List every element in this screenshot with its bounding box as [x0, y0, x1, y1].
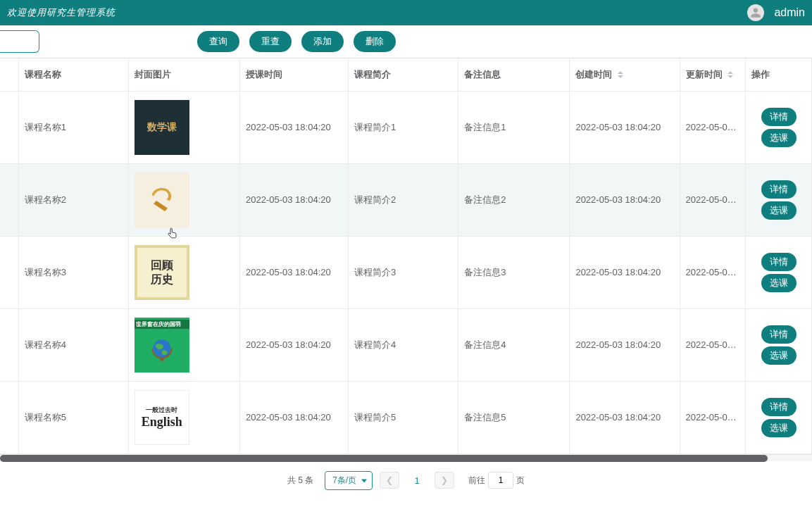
row-ops: 详情选课 — [746, 163, 812, 236]
row-teachtime: 2022-05-03 18:04:20 — [239, 236, 348, 308]
row-name: 课程名称4 — [18, 308, 128, 381]
user-area[interactable]: admin — [747, 4, 805, 21]
cover-thumbnail[interactable]: 回顾 历史 — [135, 245, 189, 300]
page-jump-input[interactable] — [488, 472, 513, 489]
row-checkbox-cell[interactable] — [0, 381, 18, 453]
username-label: admin — [774, 6, 805, 19]
row-note: 备注信息3 — [458, 236, 570, 308]
row-teachtime: 2022-05-03 18:04:20 — [239, 163, 348, 236]
row-cover[interactable]: 数学课 — [128, 91, 239, 163]
row-checkbox-cell[interactable] — [0, 236, 18, 308]
row-intro: 课程简介5 — [349, 381, 458, 453]
sort-icon — [618, 71, 623, 78]
page-size-select[interactable]: 7条/页 — [325, 471, 373, 490]
row-intro: 课程简介3 — [349, 236, 458, 308]
svg-rect-1 — [160, 358, 164, 361]
table-row[interactable]: 课程名称5一般过去时English2022-05-03 18:04:20课程简介… — [0, 381, 812, 453]
col-updatetime-label: 更新时间 — [686, 69, 723, 80]
cover-thumbnail[interactable]: 世界窗在庆的国羽 — [135, 318, 189, 373]
row-ops: 详情选课 — [746, 236, 812, 308]
row-updatetime: 2022-05-03 18 — [680, 236, 746, 308]
toolbar: 查询 重查 添加 删除 — [0, 25, 812, 58]
row-updatetime: 2022-05-03 18 — [680, 91, 746, 163]
pagination: 共 5 条 7条/页 ❮ 1 ❯ 前往 页 — [0, 461, 812, 500]
detail-button[interactable]: 详情 — [761, 398, 797, 416]
detail-button[interactable]: 详情 — [761, 325, 797, 344]
sort-icon — [727, 71, 733, 78]
row-checkbox-cell[interactable] — [0, 308, 18, 381]
row-cover[interactable]: 世界窗在庆的国羽 — [128, 308, 239, 381]
page-prev-button[interactable]: ❮ — [380, 472, 399, 489]
row-teachtime: 2022-05-03 18:04:20 — [239, 308, 348, 381]
table-row[interactable]: 课程名称3回顾 历史2022-05-03 18:04:20课程简介3备注信息32… — [0, 236, 812, 308]
col-ops-header[interactable]: 操作 — [746, 58, 812, 91]
row-intro: 课程简介4 — [349, 308, 458, 381]
app-header: 欢迎使用研究生管理系统 admin — [0, 0, 812, 25]
row-ops: 详情选课 — [746, 91, 812, 163]
row-ops: 详情选课 — [746, 308, 812, 381]
reset-button[interactable]: 重查 — [249, 31, 292, 52]
row-note: 备注信息5 — [458, 381, 570, 453]
row-updatetime: 2022-05-03 18 — [680, 308, 746, 381]
page-jump: 前往 页 — [468, 472, 525, 489]
row-name: 课程名称3 — [18, 236, 128, 308]
row-intro: 课程简介2 — [349, 163, 458, 236]
row-name: 课程名称1 — [18, 91, 128, 163]
select-course-button[interactable]: 选课 — [761, 129, 797, 147]
row-cover[interactable]: 回顾 历史 — [128, 236, 239, 308]
page-jump-prefix: 前往 — [468, 475, 485, 487]
row-note: 备注信息2 — [458, 163, 570, 236]
search-input-fragment[interactable] — [0, 30, 39, 53]
cover-thumbnail[interactable] — [135, 173, 189, 227]
page-next-button[interactable]: ❯ — [435, 472, 454, 489]
select-course-button[interactable]: 选课 — [761, 346, 797, 365]
cover-thumbnail[interactable]: 数学课 — [135, 100, 189, 155]
row-createtime: 2022-05-03 18:04:20 — [570, 381, 680, 453]
col-checkbox-header[interactable] — [0, 58, 18, 91]
user-avatar-icon — [747, 4, 764, 21]
add-button[interactable]: 添加 — [301, 31, 344, 52]
col-updatetime-header[interactable]: 更新时间 — [680, 58, 746, 91]
row-note: 备注信息1 — [458, 91, 570, 163]
col-note-header[interactable]: 备注信息 — [458, 58, 570, 91]
search-button[interactable]: 查询 — [197, 31, 239, 52]
table-header-row: 课程名称 封面图片 授课时间 课程简介 备注信息 创建时间 更新时间 操作 — [0, 58, 812, 91]
col-intro-header[interactable]: 课程简介 — [349, 58, 458, 91]
row-name: 课程名称2 — [18, 163, 128, 236]
row-teachtime: 2022-05-03 18:04:20 — [239, 381, 348, 453]
detail-button[interactable]: 详情 — [761, 253, 797, 271]
select-course-button[interactable]: 选课 — [761, 201, 797, 220]
row-checkbox-cell[interactable] — [0, 163, 18, 236]
detail-button[interactable]: 详情 — [761, 180, 797, 199]
col-createtime-label: 创建时间 — [575, 69, 612, 80]
horizontal-scrollbar[interactable] — [0, 454, 812, 461]
horizontal-scrollbar-thumb[interactable] — [0, 455, 768, 462]
detail-button[interactable]: 详情 — [761, 108, 797, 126]
page-number-current[interactable]: 1 — [406, 472, 427, 489]
col-teachtime-header[interactable]: 授课时间 — [239, 58, 348, 91]
row-note: 备注信息4 — [458, 308, 570, 381]
row-intro: 课程简介1 — [349, 91, 458, 163]
table-row[interactable]: 课程名称1数学课2022-05-03 18:04:20课程简介1备注信息1202… — [0, 91, 812, 163]
row-createtime: 2022-05-03 18:04:20 — [570, 91, 680, 163]
table-row[interactable]: 课程名称22022-05-03 18:04:20课程简介2备注信息22022-0… — [0, 163, 812, 236]
course-table: 课程名称 封面图片 授课时间 课程简介 备注信息 创建时间 更新时间 操作 课程… — [0, 58, 812, 454]
select-course-button[interactable]: 选课 — [761, 274, 797, 292]
row-cover[interactable]: 一般过去时English — [128, 381, 239, 453]
row-teachtime: 2022-05-03 18:04:20 — [239, 91, 348, 163]
row-createtime: 2022-05-03 18:04:20 — [570, 236, 680, 308]
row-cover[interactable] — [128, 163, 239, 236]
row-updatetime: 2022-05-03 18 — [680, 381, 746, 453]
pagination-total: 共 5 条 — [287, 475, 313, 487]
col-cover-header[interactable]: 封面图片 — [128, 58, 239, 91]
app-title: 欢迎使用研究生管理系统 — [7, 6, 115, 19]
cover-thumbnail[interactable]: 一般过去时English — [135, 390, 189, 445]
page-jump-suffix: 页 — [516, 475, 525, 487]
delete-button[interactable]: 删除 — [354, 31, 396, 52]
col-createtime-header[interactable]: 创建时间 — [570, 58, 680, 91]
table-row[interactable]: 课程名称4世界窗在庆的国羽2022-05-03 18:04:20课程简介4备注信… — [0, 308, 812, 381]
col-name-header[interactable]: 课程名称 — [18, 58, 128, 91]
row-checkbox-cell[interactable] — [0, 91, 18, 163]
row-ops: 详情选课 — [746, 381, 812, 453]
select-course-button[interactable]: 选课 — [761, 419, 797, 437]
